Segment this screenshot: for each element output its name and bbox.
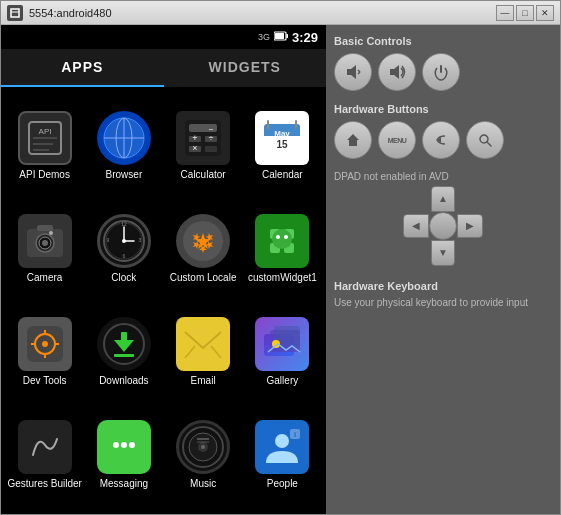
app-icon-gestures [18,420,72,474]
clock-time: 3:29 [292,30,318,45]
app-tabs: APPS WIDGETS [1,49,326,87]
svg-point-62 [284,235,288,239]
svg-rect-63 [274,241,290,247]
svg-point-37 [49,231,53,235]
app-icon-browser [97,111,151,165]
svg-point-61 [276,235,280,239]
menu-button[interactable]: MENU [378,121,416,159]
svg-point-43 [122,239,126,243]
app-item-custom-locale[interactable]: Custom Locale [164,198,243,301]
app-label-camera: Camera [27,272,63,284]
app-item-custom-widget[interactable]: customWidget1 [243,198,322,301]
app-icon-custom-locale [176,214,230,268]
right-panel: Basic Controls [326,25,560,514]
app-label-custom-widget: customWidget1 [248,272,317,284]
app-item-calculator[interactable]: − + ÷ × Calculator [164,95,243,198]
app-icon-downloads [97,317,151,371]
dpad-down-arrow: ▼ [438,248,448,258]
svg-rect-4 [275,33,284,39]
minimize-button[interactable]: — [496,5,514,21]
app-item-gestures[interactable]: Gestures Builder [5,403,84,506]
search-button[interactable] [466,121,504,159]
keyboard-section: Hardware Keyboard Use your physical keyb… [334,278,552,310]
dpad-center-button[interactable] [429,212,457,240]
hardware-buttons-title: Hardware Buttons [334,103,552,115]
app-label-browser: Browser [106,169,143,181]
dpad-container: ▲ ▼ ◀ ▶ [403,186,483,266]
hardware-buttons-section: Hardware Buttons MENU [334,103,552,159]
maximize-button[interactable]: □ [516,5,534,21]
app-label-calendar: Calendar [262,169,303,181]
app-item-calendar[interactable]: May 15 Calendar [243,95,322,198]
svg-text:API: API [38,127,51,136]
dpad-up-arrow: ▲ [438,194,448,204]
android-screen: 3G 3:29 APPS WIDGETS [1,25,326,514]
app-item-gallery[interactable]: Gallery [243,301,322,404]
app-label-messaging: Messaging [100,478,148,490]
app-item-downloads[interactable]: Downloads [84,301,163,404]
app-icon-dev-tools [18,317,72,371]
app-item-camera[interactable]: Camera [5,198,84,301]
svg-rect-33 [37,225,53,231]
basic-controls-row [334,53,552,91]
volume-down-button[interactable] [334,53,372,91]
svg-line-101 [358,72,360,74]
app-item-dev-tools[interactable]: Dev Tools [5,301,84,404]
svg-text:i: i [294,430,296,439]
app-item-messaging[interactable]: Messaging [84,403,163,506]
power-button[interactable] [422,53,460,91]
app-icon-calendar: May 15 [255,111,309,165]
app-item-people[interactable]: i People [243,403,322,506]
app-icon-messaging [97,420,151,474]
svg-text:12: 12 [121,221,127,227]
dpad-right-button[interactable]: ▶ [457,214,483,238]
svg-point-96 [275,434,289,448]
app-label-custom-locale: Custom Locale [170,272,237,284]
svg-rect-74 [121,332,127,342]
svg-marker-102 [390,65,399,79]
app-item-music[interactable]: Music [164,403,243,506]
back-button[interactable] [422,121,460,159]
status-bar: 3G 3:29 [1,25,326,49]
dpad-label: DPAD not enabled in AVD [334,171,552,182]
app-item-clock[interactable]: 12 3 6 9 Clock [84,198,163,301]
signal-indicator: 3G [258,32,270,42]
svg-rect-21 [205,146,217,152]
home-button[interactable] [334,121,372,159]
svg-line-106 [487,142,491,146]
basic-controls-section: Basic Controls [334,35,552,91]
app-icon-gallery [255,317,309,371]
dpad-left-button[interactable]: ◀ [403,214,429,238]
svg-marker-103 [347,134,359,146]
app-item-browser[interactable]: Browser [84,95,163,198]
app-label-clock: Clock [111,272,136,284]
svg-rect-75 [114,354,134,357]
app-label-dev-tools: Dev Tools [23,375,67,387]
main-content: 3G 3:29 APPS WIDGETS [1,25,560,514]
close-button[interactable]: ✕ [536,5,554,21]
app-label-api-demos: API Demos [19,169,70,181]
tab-widgets[interactable]: WIDGETS [164,49,327,85]
svg-point-88 [129,442,135,448]
battery-icon [274,31,288,43]
dpad-section: DPAD not enabled in AVD ▲ ▼ ◀ ▶ [334,171,552,266]
app-label-calculator: Calculator [181,169,226,181]
app-icon-music [176,420,230,474]
volume-up-button[interactable] [378,53,416,91]
svg-line-100 [358,70,360,72]
svg-rect-0 [11,9,19,17]
app-label-gallery: Gallery [267,375,299,387]
tab-apps[interactable]: APPS [1,49,164,85]
app-item-email[interactable]: Email [164,301,243,404]
dpad-right-arrow: ▶ [466,221,474,231]
app-label-people: People [267,478,298,490]
app-label-gestures: Gestures Builder [7,478,81,490]
dpad-down-button[interactable]: ▼ [431,240,455,266]
app-grid: API API Demos [1,87,326,514]
app-item-api-demos[interactable]: API API Demos [5,95,84,198]
svg-point-94 [201,445,205,449]
dpad-up-button[interactable]: ▲ [431,186,455,212]
window-controls: — □ ✕ [496,5,554,21]
app-label-downloads: Downloads [99,375,148,387]
svg-text:6: 6 [122,253,125,259]
